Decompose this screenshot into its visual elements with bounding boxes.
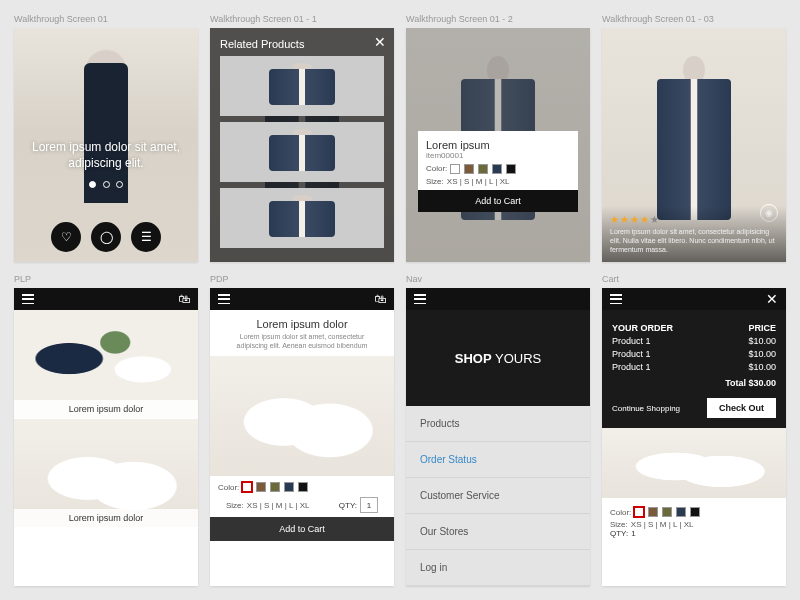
swatch-olive[interactable] xyxy=(662,507,672,517)
size-label: Size: xyxy=(226,501,244,510)
related-products-screen: Related Products ✕ xyxy=(210,28,394,262)
brand-part: YOURS xyxy=(495,351,541,366)
swatch-white[interactable] xyxy=(450,164,460,174)
cart-line-price: $10.00 xyxy=(748,336,776,346)
add-to-cart-button[interactable]: Add to Cart xyxy=(418,190,578,212)
product-card: Lorem ipsum item00001 Color: Size: XS | … xyxy=(418,131,578,212)
nav-item-customer-service[interactable]: Customer Service xyxy=(406,478,590,514)
add-to-cart-button[interactable]: Add to Cart xyxy=(210,517,394,541)
dot-2[interactable] xyxy=(103,181,110,188)
qty-input[interactable]: 1 xyxy=(360,497,378,513)
nav-screen: SHOP YOURS Products Order Status Custome… xyxy=(406,288,590,586)
page-dots[interactable] xyxy=(14,180,198,190)
swatch-white[interactable] xyxy=(242,482,252,492)
top-bar xyxy=(406,288,590,310)
qty-input[interactable]: 1 xyxy=(631,529,635,538)
plp-item[interactable]: Lorem ipsum dolor xyxy=(14,419,198,527)
nav-item-order-status[interactable]: Order Status xyxy=(406,442,590,478)
swatch-navy[interactable] xyxy=(676,507,686,517)
color-label: Color: xyxy=(610,508,631,517)
dot-3[interactable] xyxy=(116,181,123,188)
size-label: Size: xyxy=(610,520,628,529)
favorite-button[interactable]: ♡ xyxy=(51,222,81,252)
menu-button[interactable] xyxy=(414,294,426,304)
product-name: Lorem ipsum xyxy=(426,139,570,151)
close-button[interactable]: ✕ xyxy=(766,291,778,307)
cart-line-name: Product 1 xyxy=(612,349,651,359)
nav-item-login[interactable]: Log in xyxy=(406,550,590,586)
menu-button[interactable] xyxy=(218,294,230,304)
cart-line: Product 1$10.00 xyxy=(612,362,776,372)
dot-1[interactable] xyxy=(89,181,96,188)
brand-logo[interactable]: SHOP YOURS xyxy=(406,310,590,406)
size-options[interactable]: XS | S | M | L | XL xyxy=(247,501,310,510)
swatch-olive[interactable] xyxy=(270,482,280,492)
nav-item-our-stores[interactable]: Our Stores xyxy=(406,514,590,550)
pdp-screen: 🛍 Lorem ipsum dolor Lorem ipsum dolor si… xyxy=(210,288,394,586)
swatch-black[interactable] xyxy=(506,164,516,174)
color-label: Color: xyxy=(426,164,447,173)
screen-label: Walkthrough Screen 01 - 03 xyxy=(602,14,786,26)
screen-label: Walkthrough Screen 01 - 1 xyxy=(210,14,394,26)
screen-label: PLP xyxy=(14,274,198,286)
size-options[interactable]: XS | S | M | L | XL xyxy=(631,520,694,529)
close-icon: ✕ xyxy=(766,291,778,307)
screen-label: Walkthrough Screen 01 - 2 xyxy=(406,14,590,26)
heart-icon: ♡ xyxy=(61,230,72,244)
nav-item-products[interactable]: Products xyxy=(406,406,590,442)
swatch-navy[interactable] xyxy=(492,164,502,174)
continue-shopping-link[interactable]: Continue Shopping xyxy=(612,404,680,413)
close-button[interactable]: ✕ xyxy=(374,34,386,50)
cart-line-name: Product 1 xyxy=(612,336,651,346)
size-label: Size: xyxy=(426,177,444,186)
pdp-title: Lorem ipsum dolor xyxy=(220,318,384,330)
swatch-navy[interactable] xyxy=(284,482,294,492)
screen-label: Nav xyxy=(406,274,590,286)
circle-icon: ◯ xyxy=(100,230,113,244)
cart-total: Total $30.00 xyxy=(612,378,776,388)
related-thumb[interactable] xyxy=(220,188,384,248)
list-button[interactable]: ☰ xyxy=(131,222,161,252)
cart-button[interactable]: 🛍 xyxy=(374,292,386,306)
plp-caption: Lorem ipsum dolor xyxy=(14,509,198,527)
color-row: Color: xyxy=(426,164,570,174)
product-image[interactable] xyxy=(210,356,394,476)
plp-item[interactable]: Lorem ipsum dolor xyxy=(14,310,198,418)
swatch-black[interactable] xyxy=(298,482,308,492)
size-options[interactable]: XS | S | M | L | XL xyxy=(447,177,510,186)
swatch-white[interactable] xyxy=(634,507,644,517)
size-row: Size: XS | S | M | L | XL xyxy=(426,177,570,186)
size-row: Size: XS | S | M | L | XL xyxy=(226,501,310,510)
product-description: Lorem ipsum dolor sit amet, consectetur … xyxy=(610,227,778,254)
swatch-black[interactable] xyxy=(690,507,700,517)
center-button[interactable]: ◯ xyxy=(91,222,121,252)
screen-label: PDP xyxy=(210,274,394,286)
product-sku: item00001 xyxy=(426,151,570,160)
cart-button[interactable]: 🛍 xyxy=(178,292,190,306)
rating-stars[interactable]: ★★★★★ xyxy=(610,214,778,225)
menu-button[interactable] xyxy=(610,294,622,304)
swatch-olive[interactable] xyxy=(478,164,488,174)
price-header: PRICE xyxy=(748,323,776,333)
cart-line: Product 1$10.00 xyxy=(612,349,776,359)
pdp-subtitle: Lorem ipsum dolor sit amet, consectetur … xyxy=(210,332,394,350)
menu-button[interactable] xyxy=(22,294,34,304)
swatch-brown[interactable] xyxy=(464,164,474,174)
swatch-brown[interactable] xyxy=(256,482,266,492)
cart-line-price: $10.00 xyxy=(748,349,776,359)
related-thumb[interactable] xyxy=(220,56,384,116)
swatch-brown[interactable] xyxy=(648,507,658,517)
checkout-button[interactable]: Check Out xyxy=(707,398,776,418)
top-bar: 🛍 xyxy=(14,288,198,310)
cart-line-price: $10.00 xyxy=(748,362,776,372)
top-bar: 🛍 xyxy=(210,288,394,310)
plp-caption: Lorem ipsum dolor xyxy=(14,400,198,418)
screen-label: Walkthrough Screen 01 xyxy=(14,14,198,26)
cart-line: Product 1$10.00 xyxy=(612,336,776,346)
cart-line-name: Product 1 xyxy=(612,362,651,372)
qty-label: QTY: xyxy=(339,501,357,510)
order-header: YOUR ORDER xyxy=(612,323,673,333)
list-icon: ☰ xyxy=(141,230,152,244)
related-thumb[interactable] xyxy=(220,122,384,182)
product-image xyxy=(602,428,786,498)
